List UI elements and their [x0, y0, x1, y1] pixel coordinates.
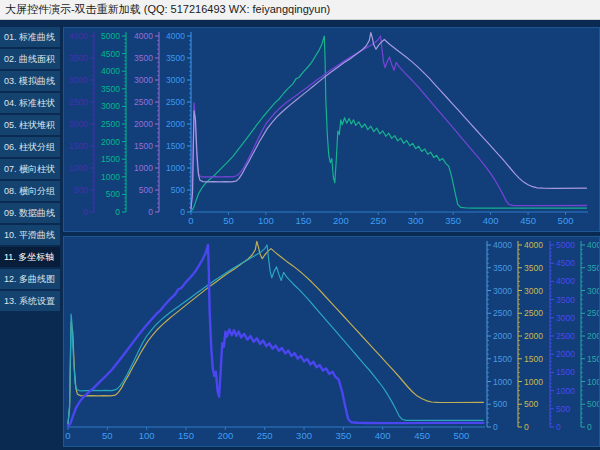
- sidebar: 01. 标准曲线02. 曲线面积03. 模拟曲线04. 标准柱状05. 柱状堆积…: [0, 21, 60, 450]
- svg-text:500: 500: [556, 404, 570, 414]
- svg-text:500: 500: [587, 399, 599, 409]
- sidebar-item-04[interactable]: 04. 标准柱状: [0, 93, 60, 113]
- svg-text:3500: 3500: [134, 53, 153, 63]
- svg-text:1500: 1500: [524, 354, 543, 364]
- svg-text:2500: 2500: [166, 97, 185, 107]
- sidebar-item-12[interactable]: 12. 多曲线图: [0, 269, 60, 289]
- svg-text:500: 500: [139, 185, 153, 195]
- multi-axis-line-chart-bottom[interactable]: 0501001502002503003504004505000500100015…: [64, 237, 599, 446]
- sidebar-item-11[interactable]: 11. 多坐标轴: [0, 247, 60, 267]
- svg-text:5000: 5000: [556, 240, 575, 250]
- svg-text:2000: 2000: [134, 119, 153, 129]
- svg-text:2500: 2500: [524, 308, 543, 318]
- svg-text:2500: 2500: [134, 97, 153, 107]
- sidebar-item-05[interactable]: 05. 柱状堆积: [0, 115, 60, 135]
- svg-text:3000: 3000: [166, 75, 185, 85]
- svg-text:350: 350: [335, 430, 351, 441]
- svg-text:2000: 2000: [524, 331, 543, 341]
- svg-text:1500: 1500: [166, 141, 185, 151]
- svg-text:400: 400: [483, 215, 499, 226]
- bottom-chart-panel: 0501001502002503003504004505000500100015…: [63, 236, 600, 447]
- svg-text:500: 500: [74, 185, 88, 195]
- svg-text:2000: 2000: [556, 349, 575, 359]
- svg-text:4500: 4500: [556, 258, 575, 268]
- svg-text:0: 0: [115, 207, 120, 217]
- svg-text:0: 0: [587, 422, 592, 432]
- sidebar-menu: 01. 标准曲线02. 曲线面积03. 模拟曲线04. 标准柱状05. 柱状堆积…: [0, 27, 60, 313]
- sidebar-item-09[interactable]: 09. 数据曲线: [0, 203, 60, 223]
- svg-text:0: 0: [556, 422, 561, 432]
- svg-text:1500: 1500: [101, 154, 120, 164]
- svg-text:500: 500: [171, 185, 185, 195]
- svg-text:1000: 1000: [524, 377, 543, 387]
- svg-text:450: 450: [414, 430, 430, 441]
- svg-text:1500: 1500: [587, 354, 599, 364]
- svg-text:500: 500: [558, 215, 574, 226]
- svg-text:400: 400: [375, 430, 391, 441]
- svg-text:500: 500: [453, 430, 469, 441]
- svg-text:3500: 3500: [524, 263, 543, 273]
- sidebar-item-06[interactable]: 06. 柱状分组: [0, 137, 60, 157]
- svg-text:1500: 1500: [134, 141, 153, 151]
- svg-text:50: 50: [223, 215, 234, 226]
- svg-text:450: 450: [520, 215, 536, 226]
- svg-text:500: 500: [493, 399, 507, 409]
- svg-text:150: 150: [178, 430, 194, 441]
- svg-text:1000: 1000: [69, 163, 88, 173]
- window-title-bar[interactable]: 大屏控件演示-双击重新加载 (QQ: 517216493 WX: feiyang…: [0, 0, 600, 20]
- svg-text:500: 500: [524, 399, 538, 409]
- svg-text:2500: 2500: [69, 97, 88, 107]
- svg-text:1000: 1000: [101, 172, 120, 182]
- svg-text:50: 50: [102, 430, 113, 441]
- top-chart-panel: 0501001502002503003504004505000500100015…: [63, 27, 600, 232]
- svg-text:100: 100: [139, 430, 155, 441]
- svg-text:1500: 1500: [556, 367, 575, 377]
- svg-text:1500: 1500: [493, 354, 512, 364]
- sidebar-item-10[interactable]: 10. 平滑曲线: [0, 225, 60, 245]
- svg-text:300: 300: [408, 215, 424, 226]
- svg-text:3500: 3500: [69, 53, 88, 63]
- svg-text:2000: 2000: [493, 331, 512, 341]
- svg-text:4000: 4000: [166, 31, 185, 41]
- svg-text:4500: 4500: [101, 49, 120, 59]
- svg-text:4000: 4000: [493, 240, 512, 250]
- svg-text:150: 150: [295, 215, 311, 226]
- svg-text:3000: 3000: [524, 286, 543, 296]
- svg-text:350: 350: [445, 215, 461, 226]
- svg-text:3500: 3500: [587, 263, 599, 273]
- svg-text:0: 0: [65, 430, 70, 441]
- svg-text:4000: 4000: [524, 240, 543, 250]
- svg-text:2000: 2000: [166, 119, 185, 129]
- svg-text:3500: 3500: [493, 263, 512, 273]
- svg-text:4000: 4000: [556, 276, 575, 286]
- svg-text:3000: 3000: [556, 313, 575, 323]
- svg-text:0: 0: [148, 207, 153, 217]
- svg-text:2500: 2500: [493, 308, 512, 318]
- svg-text:2500: 2500: [587, 308, 599, 318]
- svg-text:200: 200: [217, 430, 233, 441]
- svg-text:1000: 1000: [166, 163, 185, 173]
- sidebar-item-08[interactable]: 08. 横向分组: [0, 181, 60, 201]
- svg-text:3000: 3000: [587, 286, 599, 296]
- sidebar-item-01[interactable]: 01. 标准曲线: [0, 27, 60, 47]
- svg-text:1000: 1000: [587, 377, 599, 387]
- svg-text:250: 250: [370, 215, 386, 226]
- svg-text:100: 100: [258, 215, 274, 226]
- svg-text:3500: 3500: [556, 295, 575, 305]
- svg-text:5000: 5000: [101, 31, 120, 41]
- svg-text:2000: 2000: [101, 137, 120, 147]
- sidebar-item-13[interactable]: 13. 系统设置: [0, 291, 60, 311]
- svg-text:0: 0: [83, 207, 88, 217]
- window-title: 大屏控件演示-双击重新加载 (QQ: 517216493 WX: feiyang…: [0, 2, 330, 17]
- svg-text:500: 500: [106, 189, 120, 199]
- svg-text:3000: 3000: [134, 75, 153, 85]
- sidebar-item-03[interactable]: 03. 模拟曲线: [0, 71, 60, 91]
- svg-text:1000: 1000: [556, 386, 575, 396]
- svg-text:2000: 2000: [69, 119, 88, 129]
- sidebar-item-02[interactable]: 02. 曲线面积: [0, 49, 60, 69]
- svg-text:200: 200: [333, 215, 349, 226]
- svg-text:2500: 2500: [101, 119, 120, 129]
- svg-text:4000: 4000: [587, 240, 599, 250]
- multi-axis-line-chart-top[interactable]: 0501001502002503003504004505000500100015…: [64, 28, 599, 231]
- sidebar-item-07[interactable]: 07. 横向柱状: [0, 159, 60, 179]
